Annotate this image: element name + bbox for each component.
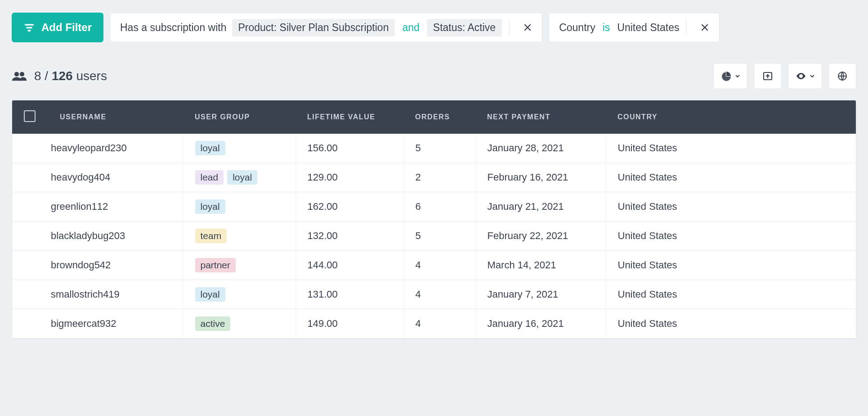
col-orders[interactable]: ORDERS (403, 100, 475, 134)
remove-filter-button[interactable] (517, 20, 538, 35)
cell-username: bigmeercat932 (48, 309, 183, 339)
cell-orders: 4 (403, 280, 475, 309)
cell-next-payment: February 16, 2021 (475, 163, 606, 192)
user-group-tag: active (195, 317, 231, 331)
cell-username: smallostrich419 (48, 280, 183, 309)
visible-count: 8 (34, 69, 41, 83)
row-checkbox-cell (12, 163, 48, 192)
cell-orders: 4 (403, 251, 475, 280)
cell-username: heavydog404 (48, 163, 183, 192)
filter-icon (23, 22, 35, 33)
cell-lifetime-value: 129.00 (295, 163, 403, 192)
users-unit: users (76, 69, 107, 83)
cell-country: United States (606, 222, 856, 251)
cell-orders: 5 (403, 134, 475, 163)
eye-icon (796, 71, 806, 81)
remove-filter-button[interactable] (694, 20, 716, 35)
visibility-dropdown-button[interactable] (788, 63, 822, 89)
table-row[interactable]: bigmeercat932active149.004January 16, 20… (12, 309, 856, 339)
chart-dropdown-button[interactable] (713, 63, 747, 89)
cell-user-group: active (183, 309, 295, 339)
cell-orders: 4 (403, 309, 475, 339)
table-row[interactable]: heavyleopard230loyal156.005January 28, 2… (12, 134, 856, 163)
add-filter-label: Add Filter (41, 21, 92, 34)
cell-next-payment: March 14, 2021 (475, 251, 606, 280)
cell-username: browndog542 (48, 251, 183, 280)
select-all-checkbox[interactable] (24, 110, 36, 122)
cell-user-group: partner (183, 251, 295, 280)
cell-next-payment: February 22, 2021 (475, 222, 606, 251)
cell-lifetime-value: 149.00 (295, 309, 403, 339)
cell-user-group: loyal (183, 192, 295, 222)
cell-country: United States (606, 134, 856, 163)
table-row[interactable]: browndog542partner144.004March 14, 2021U… (12, 251, 856, 280)
cell-country: United States (606, 309, 856, 339)
chevron-down-icon (735, 74, 740, 78)
table-row[interactable]: greenlion112loyal162.006January 21, 2021… (12, 192, 856, 222)
total-count: 126 (52, 69, 73, 83)
user-group-tag: loyal (195, 199, 225, 214)
row-checkbox-cell (12, 309, 48, 339)
col-next-payment[interactable]: NEXT PAYMENT (475, 100, 606, 134)
divider (686, 19, 687, 36)
filter-chip[interactable]: Has a subscription withProduct: Silver P… (110, 13, 542, 42)
filter-chip-text: United States (617, 22, 679, 34)
table-header-row: USERNAME USER GROUP LIFETIME VALUE ORDER… (12, 100, 856, 134)
users-table: USERNAME USER GROUP LIFETIME VALUE ORDER… (12, 100, 856, 339)
user-count: 8 / 126 users (12, 69, 107, 83)
add-filter-button[interactable]: Add Filter (12, 13, 103, 42)
cell-country: United States (606, 192, 856, 222)
row-checkbox-cell (12, 134, 48, 163)
table-row[interactable]: smallostrich419loyal131.004January 7, 20… (12, 280, 856, 309)
cell-user-group: team (183, 222, 295, 251)
globe-icon (837, 71, 848, 81)
toolbar (713, 63, 856, 89)
user-group-tag: partner (195, 258, 236, 272)
cell-orders: 5 (403, 222, 475, 251)
cell-username: heavyleopard230 (48, 134, 183, 163)
filter-chip-operator: and (400, 22, 421, 34)
col-username[interactable]: USERNAME (48, 100, 183, 134)
cell-country: United States (606, 280, 856, 309)
col-country[interactable]: COUNTRY (606, 100, 856, 134)
pie-chart-icon (721, 71, 732, 81)
table-row[interactable]: heavydog404leadloyal129.002February 16, … (12, 163, 856, 192)
col-user-group[interactable]: USER GROUP (183, 100, 295, 134)
cell-user-group: leadloyal (183, 163, 295, 192)
cell-lifetime-value: 162.00 (295, 192, 403, 222)
chevron-down-icon (810, 74, 814, 78)
col-lifetime-value[interactable]: LIFETIME VALUE (295, 100, 403, 134)
cell-next-payment: January 16, 2021 (475, 309, 606, 339)
user-group-tag: lead (195, 170, 224, 185)
cell-lifetime-value: 144.00 (295, 251, 403, 280)
cell-next-payment: January 21, 2021 (475, 192, 606, 222)
cell-orders: 6 (403, 192, 475, 222)
export-button[interactable] (754, 63, 782, 89)
row-checkbox-cell (12, 280, 48, 309)
cell-country: United States (606, 163, 856, 192)
cell-username: greenlion112 (48, 192, 183, 222)
summary-row: 8 / 126 users (12, 63, 856, 89)
cell-lifetime-value: 156.00 (295, 134, 403, 163)
user-group-tag: team (195, 229, 227, 243)
user-group-tag: loyal (195, 141, 225, 155)
globe-button[interactable] (828, 63, 856, 89)
cell-user-group: loyal (183, 134, 295, 163)
close-icon (700, 23, 709, 32)
people-icon (12, 71, 27, 81)
close-icon (523, 23, 532, 32)
table-row[interactable]: blackladybug203team132.005February 22, 2… (12, 222, 856, 251)
cell-country: United States (606, 251, 856, 280)
filter-chip-value: Status: Active (427, 19, 502, 36)
export-icon (762, 71, 773, 81)
filter-chip-prefix: Country (559, 22, 595, 34)
svg-point-4 (20, 72, 24, 77)
row-checkbox-cell (12, 222, 48, 251)
cell-orders: 2 (403, 163, 475, 192)
filter-chip-operator: is (601, 22, 612, 34)
filter-chip-prefix: Has a subscription with (120, 22, 227, 34)
divider (509, 19, 510, 36)
filter-chip[interactable]: CountryisUnited States (549, 13, 720, 42)
filter-chip-value: Product: Silver Plan Subscription (232, 19, 395, 36)
cell-user-group: loyal (183, 280, 295, 309)
